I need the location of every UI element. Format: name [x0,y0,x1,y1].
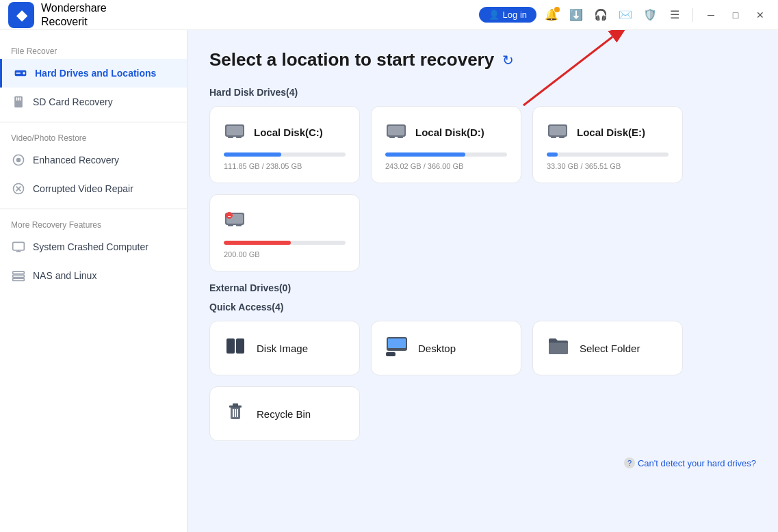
divider [692,8,693,22]
sidebar-item-hard-drives-label: Hard Drives and Locations [35,68,156,79]
quick-access-grid-2: Recycle Bin [209,386,756,441]
app-name: Wondershare Recoverit [41,1,107,27]
title-bar-controls: 👤 Log in 🔔 ⬇️ 🎧 ✉️ 🛡️ ☰ ─ □ ✕ [479,5,770,25]
svg-rect-38 [226,338,235,354]
svg-rect-23 [236,135,242,138]
svg-rect-29 [549,126,566,135]
page-title: Select a location to start recovery [209,49,494,70]
drive-unknown-fill [224,241,291,245]
nas-icon [11,268,26,283]
sidebar-item-nas[interactable]: NAS and Linux [0,261,187,290]
quick-card-desktop[interactable]: Desktop [371,321,521,375]
drive-card-c[interactable]: Local Disk(C:) 111.85 GB / 238.05 GB [209,106,360,183]
svg-rect-44 [386,352,396,355]
import-icon[interactable]: ⬇️ [567,5,586,25]
drive-card-d[interactable]: Local Disk(D:) 243.02 GB / 366.00 GB [371,106,521,183]
hard-disk-section-title: Hard Disk Drives(4) [209,87,756,98]
shield-icon[interactable]: 🛡️ [640,5,660,25]
drive-c-name: Local Disk(C:) [254,127,323,138]
menu-icon[interactable]: ☰ [665,5,684,25]
quick-select-folder-label: Select Folder [580,343,640,354]
video-photo-label: Video/Photo Restore [0,128,187,146]
drive-card-unknown[interactable]: − 200.00 GB [209,194,360,271]
svg-rect-2 [16,72,21,74]
close-button[interactable]: ✕ [751,5,770,25]
svg-rect-30 [551,135,556,138]
hard-drives-icon [13,66,28,81]
sidebar-item-enhanced[interactable]: Enhanced Recovery [0,146,187,174]
content-with-annotation: Select a location to start recovery ↻ Ha… [209,49,756,441]
enhanced-icon [11,152,26,168]
system-crashed-icon [11,239,26,254]
annotation-arrow [482,30,633,112]
drive-unknown-progress [224,241,346,245]
sidebar-item-sd-card-label: SD Card Recovery [33,96,113,107]
sidebar-item-system-crashed-label: System Crashed Computer [33,241,148,252]
svg-rect-4 [16,97,18,101]
drive-d-progress [385,152,507,157]
quick-card-select-folder[interactable]: Select Folder [532,321,683,375]
sidebar-item-sd-card[interactable]: SD Card Recovery [0,88,187,116]
help-link[interactable]: ? Can't detect your hard drives? [624,457,756,468]
svg-point-1 [23,72,25,74]
select-folder-icon [547,334,570,362]
svg-rect-12 [13,242,25,250]
drive-c-icon [224,119,246,146]
drive-unknown-size: 200.00 GB [224,250,346,258]
help-icon: ? [624,457,635,468]
svg-rect-47 [233,403,238,406]
drive-e-name: Local Disk(E:) [577,127,645,138]
content-footer: ? Can't detect your hard drives? [209,452,756,468]
sidebar-item-system-crashed[interactable]: System Crashed Computer [0,232,187,261]
sd-card-icon [11,94,26,109]
svg-rect-5 [18,97,19,101]
quick-desktop-label: Desktop [418,343,456,354]
app-branding: ◆ Wondershare Recoverit [8,1,107,27]
svg-rect-26 [389,135,395,138]
drive-unknown-icon: − [224,207,246,234]
email-icon[interactable]: ✉️ [616,5,635,25]
drive-d-fill [385,152,465,157]
svg-rect-15 [13,271,25,274]
svg-rect-39 [236,338,244,354]
svg-rect-35 [236,224,242,226]
refresh-button[interactable]: ↻ [502,52,514,68]
divider-1 [0,122,187,122]
notification-badge [554,7,560,12]
drive-d-icon [385,119,407,146]
sidebar-item-hard-drives[interactable]: Hard Drives and Locations [0,59,187,88]
quick-access-grid: Disk Image Desktop Select Folder [209,321,756,375]
svg-rect-25 [388,126,404,135]
quick-card-disk-image[interactable]: Disk Image [209,321,360,375]
svg-rect-41 [388,338,406,348]
drive-e-icon [547,119,569,146]
drive-card-e[interactable]: Local Disk(E:) 33.30 GB / 365.51 GB [532,106,683,183]
svg-rect-16 [13,275,25,277]
svg-rect-17 [13,278,25,280]
drive-e-size: 33.30 GB / 365.51 GB [547,162,669,170]
maximize-button[interactable]: □ [726,5,745,25]
divider-2 [0,209,187,209]
headphone-icon[interactable]: 🎧 [591,5,610,25]
drive-c-fill [224,152,281,157]
corrupted-icon [11,181,26,196]
sidebar-item-enhanced-label: Enhanced Recovery [33,155,119,165]
svg-rect-34 [228,224,233,226]
svg-rect-31 [559,135,565,138]
minimize-button[interactable]: ─ [701,5,721,25]
file-recover-label: File Recover [0,41,187,59]
quick-card-recycle-bin[interactable]: Recycle Bin [209,386,360,441]
login-button[interactable]: 👤 Log in [479,7,536,23]
quick-disk-image-label: Disk Image [257,343,308,354]
sidebar-item-corrupted-label: Corrupted Video Repair [33,183,133,194]
svg-text:−: − [228,213,231,220]
notification-icon[interactable]: 🔔 [542,5,561,25]
sidebar-item-corrupted[interactable]: Corrupted Video Repair [0,174,187,203]
page-header: Select a location to start recovery ↻ [209,49,756,70]
desktop-icon [385,334,409,362]
quick-recycle-bin-label: Recycle Bin [257,408,311,420]
svg-rect-21 [226,126,243,135]
svg-rect-27 [398,135,403,138]
brand-top: Wondershare [41,1,107,14]
drive-c-progress [224,152,346,157]
